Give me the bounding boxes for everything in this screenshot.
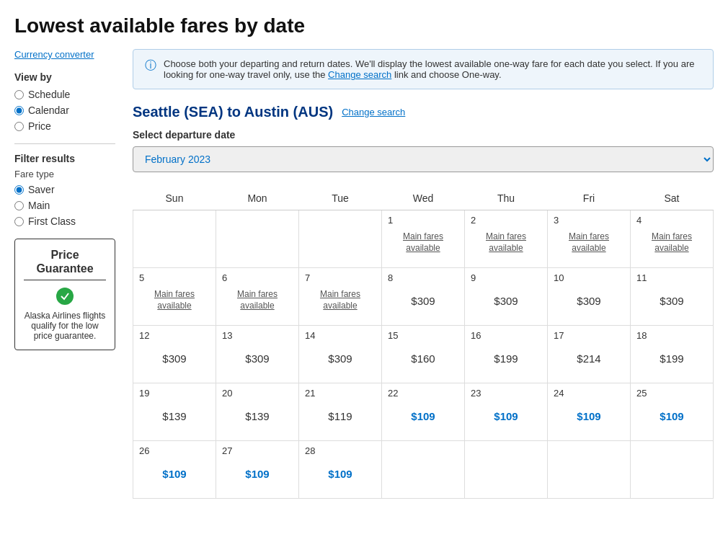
day-number: 12 <box>139 330 149 341</box>
calendar-cell[interactable]: 27$109 <box>216 441 299 499</box>
fare-type-group: Saver Main First Class <box>14 184 115 227</box>
day-number: 4 <box>636 215 642 226</box>
day-number: 5 <box>139 272 144 283</box>
col-mon: Mon <box>216 187 299 210</box>
calendar-cell <box>216 210 299 268</box>
price-guarantee-text: Alaska Airlines flights qualify for the … <box>24 311 106 341</box>
calendar-cell[interactable]: 16$199 <box>465 326 548 383</box>
price-guarantee-box: Price Guarantee Alaska Airlines flights … <box>14 239 115 350</box>
day-number: 6 <box>222 272 227 283</box>
info-change-search-link[interactable]: Change search <box>328 69 391 80</box>
day-number: 11 <box>636 272 647 283</box>
day-number: 22 <box>388 388 398 399</box>
currency-converter-link[interactable]: Currency converter <box>14 49 115 60</box>
calendar-cell[interactable]: 20$139 <box>216 383 299 441</box>
info-box: ⓘ Choose both your departing and return … <box>133 49 714 89</box>
calendar-cell[interactable]: 23$109 <box>465 383 548 441</box>
calendar-cell[interactable]: 15$160 <box>382 326 465 383</box>
fare-value: $309 <box>388 295 458 307</box>
calendar-cell[interactable]: 2Main fares available <box>465 210 548 268</box>
month-select[interactable]: February 2023 March 2023 April 2023 <box>133 146 714 172</box>
calendar-cell[interactable]: 28$109 <box>299 441 382 499</box>
sidebar: Currency converter View by Schedule Cale… <box>14 49 115 499</box>
page-title: Lowest available fares by date <box>14 14 714 37</box>
calendar-cell[interactable]: 18$199 <box>631 326 714 383</box>
col-thu: Thu <box>465 187 548 210</box>
fare-value: $109 <box>139 468 210 480</box>
calendar-cell[interactable]: 12$309 <box>133 326 216 383</box>
day-number: 8 <box>388 272 393 283</box>
day-number: 23 <box>471 388 481 399</box>
fare-value: $119 <box>305 410 376 422</box>
calendar-cell[interactable]: 14$309 <box>299 326 382 383</box>
fare-value[interactable]: Main fares available <box>636 231 707 254</box>
fare-value: $109 <box>636 410 707 422</box>
change-search-button[interactable]: Change search <box>342 107 405 117</box>
calendar-cell[interactable]: 11$309 <box>631 268 714 326</box>
calendar-cell[interactable]: 6Main fares available <box>216 268 299 326</box>
fare-value[interactable]: Main fares available <box>222 289 293 311</box>
calendar-week-3: 19$13920$13921$11922$10923$10924$10925$1… <box>133 383 714 441</box>
day-number: 9 <box>471 272 476 283</box>
view-calendar-radio[interactable] <box>14 106 24 115</box>
fare-firstclass-label: First Class <box>28 215 76 227</box>
fare-main-option[interactable]: Main <box>14 200 115 211</box>
calendar-cell <box>465 441 548 499</box>
view-price-label: Price <box>28 120 51 132</box>
calendar-cell <box>548 441 631 499</box>
calendar-cell[interactable]: 7Main fares available <box>299 268 382 326</box>
fare-value: $109 <box>388 410 458 422</box>
fare-main-label: Main <box>28 200 50 211</box>
fare-value: $309 <box>139 352 210 365</box>
fare-value[interactable]: Main fares available <box>305 289 376 311</box>
calendar-cell[interactable]: 8$309 <box>382 268 465 326</box>
calendar-cell[interactable]: 26$109 <box>133 441 216 499</box>
calendar-cell <box>133 210 216 268</box>
day-number: 3 <box>554 215 559 226</box>
fare-value[interactable]: Main fares available <box>471 231 541 254</box>
fare-type-label: Fare type <box>14 169 115 179</box>
calendar-cell[interactable]: 3Main fares available <box>548 210 631 268</box>
view-calendar-option[interactable]: Calendar <box>14 105 115 116</box>
calendar-cell[interactable]: 21$119 <box>299 383 382 441</box>
calendar-cell[interactable]: 22$109 <box>382 383 465 441</box>
fare-main-radio[interactable] <box>14 201 24 210</box>
fare-value: $309 <box>471 295 541 307</box>
calendar-cell[interactable]: 19$139 <box>133 383 216 441</box>
calendar-cell <box>299 210 382 268</box>
calendar-cell[interactable]: 17$214 <box>548 326 631 383</box>
fare-value[interactable]: Main fares available <box>388 231 458 254</box>
fare-firstclass-option[interactable]: First Class <box>14 215 115 227</box>
price-guarantee-divider <box>24 280 106 280</box>
calendar-cell[interactable]: 4Main fares available <box>631 210 714 268</box>
calendar-cell[interactable]: 25$109 <box>631 383 714 441</box>
day-number: 7 <box>305 272 310 283</box>
fare-value[interactable]: Main fares available <box>554 231 624 254</box>
day-number: 18 <box>636 330 647 341</box>
info-icon: ⓘ <box>145 58 156 74</box>
sidebar-divider <box>14 143 115 144</box>
fare-saver-label: Saver <box>28 184 55 195</box>
fare-saver-radio[interactable] <box>14 185 24 195</box>
calendar-cell[interactable]: 10$309 <box>548 268 631 326</box>
main-content: ⓘ Choose both your departing and return … <box>133 49 714 499</box>
day-number: 27 <box>222 445 232 456</box>
calendar-cell[interactable]: 9$309 <box>465 268 548 326</box>
calendar-header-row: Sun Mon Tue Wed Thu Fri Sat <box>133 187 714 210</box>
day-number: 14 <box>305 330 315 341</box>
day-number: 13 <box>222 330 232 341</box>
calendar-week-2: 12$30913$30914$30915$16016$19917$21418$1… <box>133 326 714 383</box>
price-guarantee-title: Price Guarantee <box>24 248 106 275</box>
view-schedule-radio[interactable] <box>14 90 24 99</box>
calendar-cell[interactable]: 1Main fares available <box>382 210 465 268</box>
fare-firstclass-radio[interactable] <box>14 217 24 226</box>
calendar-cell[interactable]: 5Main fares available <box>133 268 216 326</box>
fare-saver-option[interactable]: Saver <box>14 184 115 195</box>
check-circle-icon <box>56 288 74 305</box>
fare-value[interactable]: Main fares available <box>139 289 210 311</box>
calendar-cell[interactable]: 13$309 <box>216 326 299 383</box>
view-schedule-option[interactable]: Schedule <box>14 89 115 100</box>
view-price-option[interactable]: Price <box>14 120 115 132</box>
calendar-cell[interactable]: 24$109 <box>548 383 631 441</box>
view-price-radio[interactable] <box>14 122 24 131</box>
